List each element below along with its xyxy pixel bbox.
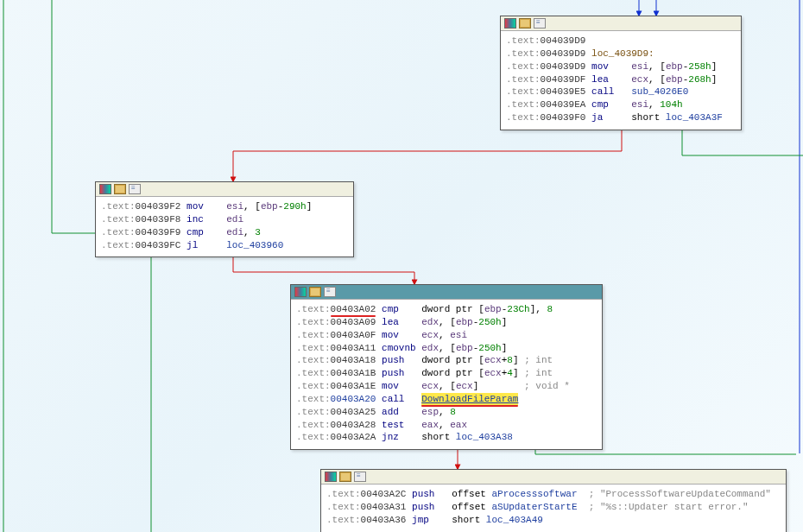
node-header (321, 470, 786, 484)
color-icon (325, 472, 337, 482)
doc-icon (354, 472, 366, 482)
disasm-body: .text:004039D9 .text:004039D9 loc_4039D9… (501, 31, 741, 130)
graph-node-403A02[interactable]: .text:00403A02 cmp dword ptr [ebp-23Ch],… (290, 284, 603, 450)
disasm-body: .text:00403A2C push offset aProcesssoftw… (321, 484, 786, 532)
color-icon (504, 18, 516, 28)
doc-icon (324, 287, 336, 297)
doc-icon (534, 18, 546, 28)
folder-icon (309, 287, 321, 297)
color-icon (99, 184, 111, 194)
color-icon (294, 287, 307, 297)
graph-node-403A2C[interactable]: .text:00403A2C push offset aProcesssoftw… (320, 469, 787, 532)
disasm-body: .text:004039F2 mov esi, [ebp-290h] .text… (96, 197, 353, 256)
node-header (291, 285, 602, 300)
node-header (96, 182, 353, 197)
folder-icon (114, 184, 126, 194)
node-header (501, 16, 741, 31)
folder-icon (519, 18, 531, 28)
doc-icon (129, 184, 141, 194)
disasm-body: .text:00403A02 cmp dword ptr [ebp-23Ch],… (291, 300, 602, 449)
folder-icon (339, 472, 351, 482)
graph-node-4039D9[interactable]: .text:004039D9 .text:004039D9 loc_4039D9… (500, 16, 742, 130)
graph-node-4039F2[interactable]: .text:004039F2 mov esi, [ebp-290h] .text… (95, 181, 354, 257)
